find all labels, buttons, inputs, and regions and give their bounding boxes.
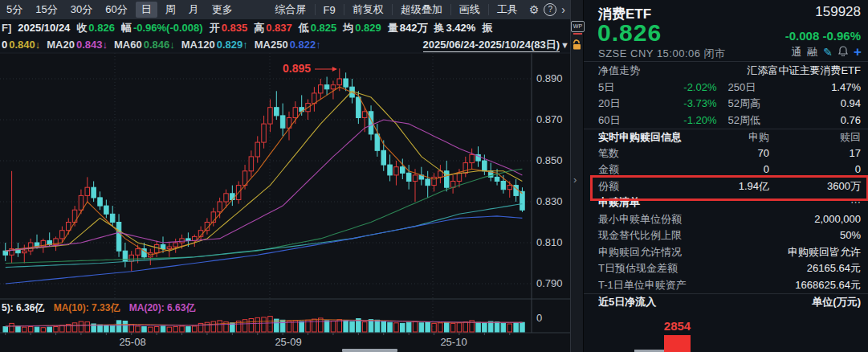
- table-row: 现金替代比例上限 50%: [584, 227, 868, 244]
- tab-more[interactable]: 更多: [206, 1, 239, 18]
- perf-250d-label: 250日: [717, 80, 799, 96]
- caret-down-icon: ▼: [560, 40, 569, 50]
- alert-bell-icon[interactable]: [838, 46, 848, 59]
- edit-pencil-icon[interactable]: ✎: [823, 46, 833, 59]
- tab-week[interactable]: 周: [159, 1, 182, 18]
- volume-value: 842万: [400, 21, 428, 35]
- gear-icon[interactable]: ⚙: [524, 3, 544, 16]
- nav-trend-row[interactable]: 净值走势 汇添富中证主要消费ETF: [584, 63, 868, 80]
- realtime-title: 实时申购赎回信息: [598, 129, 682, 145]
- y-axis-label: 0.790: [536, 277, 570, 289]
- perf-row: 20日 -3.73% 52周高 0.94: [584, 96, 868, 113]
- flow-bar-today: [664, 335, 691, 352]
- ma250-value: 0.822↑: [290, 39, 321, 51]
- tab-30min[interactable]: 30分: [64, 1, 99, 18]
- y-axis-label: 0.870: [536, 113, 570, 125]
- shares-buy: 1.94亿: [619, 178, 769, 195]
- stock-info-panel: 消费ETF 159928 0.826 -0.008 -0.96% SZSE CN…: [584, 0, 868, 352]
- add-watchlist-icon[interactable]: +: [854, 47, 862, 58]
- x-axis-label: 25-10: [436, 336, 471, 348]
- x-axis-label: 25-08: [115, 336, 150, 348]
- turnover-value: 3.42%: [446, 22, 476, 34]
- period-high-annotation: 0.895: [283, 62, 311, 75]
- table-row: T-1日单位申赎资产 1668625.64元: [584, 277, 868, 294]
- quote-info-bar: F] 2025/10/24 收0.826 幅-0.96%(-0.008) 开0.…: [0, 19, 570, 36]
- t-cash-diff-label: T日预估现金差额: [598, 260, 678, 277]
- menu-composite-screen[interactable]: 综合屏: [269, 1, 313, 18]
- menu-super-overlay[interactable]: 超级叠加: [394, 1, 449, 18]
- menu-forward-adjust[interactable]: 前复权: [346, 1, 390, 18]
- chart-horizontal-scrollbar[interactable]: [342, 349, 397, 352]
- menu-tools[interactable]: 工具: [491, 1, 524, 18]
- kline-chart-section: 5分 15分 30分 60分 日 周 月 更多 综合屏 F9 前复权 超级叠加 …: [0, 0, 570, 352]
- high-value: 0.837: [266, 22, 292, 34]
- count-label: 笔数: [598, 145, 619, 162]
- high-label: 高: [254, 21, 264, 35]
- market-status: SZSE CNY 15:00:06 闭市: [598, 47, 726, 61]
- chevron-right-icon[interactable]: ›: [556, 3, 570, 16]
- menu-draw-line[interactable]: 画线: [453, 1, 487, 18]
- table-row: 最小申赎单位份额 2,000,000: [584, 211, 868, 228]
- open-label: 开: [210, 21, 220, 35]
- range-label: 幅: [121, 21, 132, 35]
- flow-section-header: 近5日净流入 单位(万元): [584, 293, 868, 310]
- avg-value: 0.829: [355, 22, 381, 34]
- realtime-section-header: 实时申购赎回信息 申购 赎回: [584, 129, 868, 145]
- close-label: 收: [76, 21, 87, 35]
- t-cash-diff-value: 26165.64元: [678, 260, 861, 277]
- low-label: 低: [299, 21, 309, 35]
- t1-asset-label: T-1日单位申赎资产: [598, 277, 687, 294]
- wk52-high-value: 0.94: [799, 96, 862, 113]
- perf-5d-value: -2.02%: [654, 80, 717, 96]
- tab-month[interactable]: 月: [182, 1, 206, 18]
- amount-redeem: 0: [769, 162, 861, 178]
- price-change: -0.008 -0.96%: [785, 29, 861, 43]
- unlock-icon[interactable]: [572, 39, 582, 53]
- close-value: 0.826: [88, 22, 115, 34]
- wk52-low-label: 52周低: [717, 113, 799, 129]
- more-dots-icon[interactable]: ⋯: [640, 194, 861, 211]
- help-icon[interactable]: ?: [544, 3, 556, 16]
- volume-legend: 5): 6.36亿 MA(10): 7.33亿 MA(20): 6.63亿: [2, 301, 195, 315]
- toolbar-separator: [392, 4, 393, 15]
- cash-ratio-value: 50%: [682, 227, 861, 244]
- collapse-panel-chevron-icon[interactable]: ›: [573, 174, 577, 186]
- ma250-label: MA250: [255, 39, 288, 51]
- margin-tag-tong: 通: [791, 45, 801, 59]
- date-range-selector[interactable]: 2025/06/24-2025/10/24(83日)▼: [423, 38, 569, 52]
- y-axis-label: 0.830: [536, 195, 570, 207]
- open-value: 0.835: [222, 22, 248, 34]
- tab-day[interactable]: 日: [136, 2, 157, 18]
- menu-f9[interactable]: F9: [317, 2, 342, 18]
- min-unit-label: 最小申赎单位份额: [598, 211, 682, 228]
- ma120-value: 0.829↑: [217, 39, 248, 51]
- toolbar-separator: [450, 4, 451, 15]
- list-section-header[interactable]: 申赎清单 ⋯: [584, 194, 868, 211]
- date-range-text[interactable]: 2025/06/24-2025/10/24(83日): [423, 39, 560, 52]
- ma120-label: MA120: [181, 39, 215, 51]
- ma10-value: 0.840↓: [9, 39, 40, 51]
- header-icons: 通 融 ✎ +: [791, 45, 862, 59]
- avg-label: 均: [343, 21, 353, 35]
- volume-ma10: MA(10): 7.33亿: [54, 302, 120, 313]
- volume-axis-zero: 0: [536, 312, 542, 324]
- tab-15min[interactable]: 15分: [29, 1, 63, 18]
- trading-app-window: 5分 15分 30分 60分 日 周 月 更多 综合屏 F9 前复权 超级叠加 …: [0, 0, 868, 352]
- toolbar-separator: [488, 4, 489, 15]
- tab-60min[interactable]: 60分: [99, 1, 133, 18]
- tab-5min[interactable]: 5分: [0, 1, 29, 18]
- ma60-value: 0.846↓: [144, 39, 175, 51]
- last-price: 0.826: [597, 19, 662, 47]
- list-title: 申赎清单: [598, 194, 640, 211]
- fund-full-name: 汇添富中证主要消费ETF: [640, 63, 861, 80]
- amplitude-label: 振: [482, 21, 492, 35]
- y-axis-label: 0.890: [536, 72, 570, 84]
- flow-title: 近5日净流入: [598, 294, 656, 310]
- wp-monitor-icon[interactable]: WP: [571, 21, 585, 32]
- y-axis-label: 0.810: [536, 236, 570, 248]
- perf-20d-label: 20日: [598, 96, 654, 113]
- ma10-label-fragment: 0: [2, 39, 7, 51]
- perf-5d-label: 5日: [598, 80, 654, 96]
- flow-unit: 单位(万元): [656, 294, 861, 310]
- panel-header: 消费ETF 159928 0.826 -0.008 -0.96% SZSE CN…: [584, 0, 868, 62]
